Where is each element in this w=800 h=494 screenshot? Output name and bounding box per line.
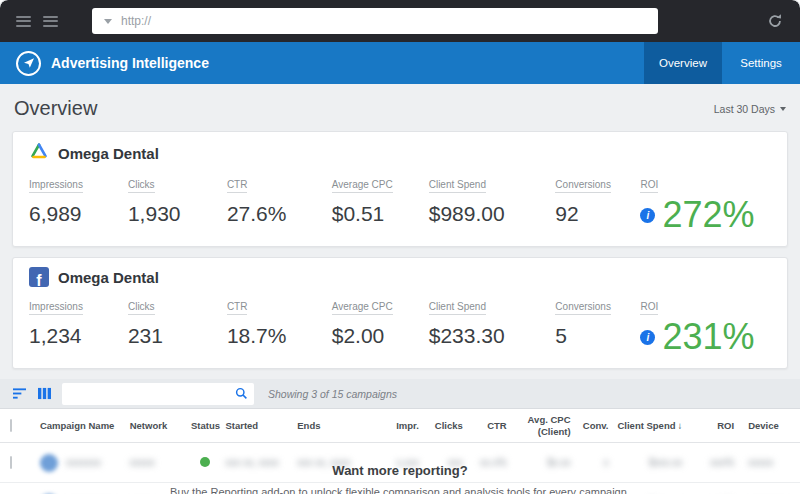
upsell-overlay: Want more reporting? Buy the Reporting a… xyxy=(0,463,800,494)
col-ctr[interactable]: CTR xyxy=(463,420,507,432)
account-name: Omega Dental xyxy=(58,269,159,286)
info-icon[interactable] xyxy=(640,208,655,223)
metric-clicks: Clicks 1,930 xyxy=(128,174,227,226)
col-device[interactable]: Device xyxy=(734,420,790,432)
table-body: xxxxxxx xxxxx xxx xx, xxxx xxx xx, xxxx … xyxy=(0,443,800,494)
columns-icon[interactable] xyxy=(37,387,52,400)
metric-impressions: Impressions 6,989 xyxy=(29,174,128,226)
metric-client-spend: Client Spend $989.00 xyxy=(429,174,556,226)
metric-conversions: Conversions 92 xyxy=(555,174,640,226)
col-campaign-name[interactable]: Campaign Name xyxy=(40,420,130,432)
date-range-label: Last 30 Days xyxy=(714,103,775,115)
col-conversions[interactable]: Conv. xyxy=(571,420,609,432)
app-brand: Advertising Intelligence xyxy=(0,42,644,84)
campaigns-table: Showing 3 of 15 campaigns Campaign Name … xyxy=(0,379,800,494)
menu-icon[interactable] xyxy=(16,16,31,27)
col-impressions[interactable]: Impr. xyxy=(369,420,419,432)
upsell-description: Buy the Reporting add-on to unlock flexi… xyxy=(0,486,800,494)
col-avg-cpc[interactable]: Avg. CPC (Client) xyxy=(507,414,571,438)
col-status[interactable]: Status xyxy=(186,420,226,432)
metric-avg-cpc: Average CPC $2.00 xyxy=(332,296,429,348)
google-summary-card: Omega Dental Impressions 6,989 Clicks 1,… xyxy=(12,131,788,247)
metric-ctr: CTR 27.6% xyxy=(227,174,332,226)
col-ends[interactable]: Ends xyxy=(297,420,369,432)
metric-conversions: Conversions 5 xyxy=(555,296,640,348)
info-icon[interactable] xyxy=(640,330,655,345)
page-title: Overview xyxy=(14,97,97,120)
metric-avg-cpc: Average CPC $0.51 xyxy=(332,174,429,226)
metric-roi: ROI 272% xyxy=(640,174,771,233)
col-clicks[interactable]: Clicks xyxy=(419,420,463,432)
filter-icon[interactable] xyxy=(12,387,27,400)
paper-plane-icon xyxy=(16,51,41,76)
browser-window: http:// Advertising Intelligence Overvie… xyxy=(0,0,800,494)
chevron-down-icon xyxy=(780,107,786,111)
search-box xyxy=(62,383,254,405)
facebook-summary-card: Omega Dental Impressions 1,234 Clicks 23… xyxy=(12,257,788,369)
col-client-spend[interactable]: Client Spend↓ xyxy=(608,420,682,432)
table-toolbar: Showing 3 of 15 campaigns xyxy=(0,379,800,409)
col-network[interactable]: Network xyxy=(130,420,186,432)
roi-value: 272% xyxy=(662,197,754,233)
tab-overview[interactable]: Overview xyxy=(644,42,722,84)
account-name: Omega Dental xyxy=(58,145,159,162)
roi-value: 231% xyxy=(662,319,754,355)
google-ads-icon xyxy=(29,141,49,165)
date-range-dropdown[interactable]: Last 30 Days xyxy=(714,103,786,115)
showing-count: Showing 3 of 15 campaigns xyxy=(268,388,397,400)
col-roi[interactable]: ROI xyxy=(682,420,734,432)
metric-impressions: Impressions 1,234 xyxy=(29,296,128,348)
refresh-icon[interactable] xyxy=(766,12,784,30)
browser-chrome: http:// xyxy=(0,0,800,42)
app-title: Advertising Intelligence xyxy=(51,55,209,71)
metric-ctr: CTR 18.7% xyxy=(227,296,332,348)
url-bar[interactable]: http:// xyxy=(92,8,658,34)
select-all-checkbox[interactable] xyxy=(10,419,12,432)
upsell-title: Want more reporting? xyxy=(0,463,800,478)
metric-clicks: Clicks 231 xyxy=(128,296,227,348)
app-header: Advertising Intelligence Overview Settin… xyxy=(0,42,800,84)
metric-roi: ROI 231% xyxy=(640,296,771,355)
facebook-icon xyxy=(29,267,49,287)
tabs-icon[interactable] xyxy=(43,16,58,27)
url-text: http:// xyxy=(121,14,151,28)
metric-client-spend: Client Spend $233.30 xyxy=(429,296,556,348)
tab-settings[interactable]: Settings xyxy=(722,42,800,84)
table-header: Campaign Name Network Status Started End… xyxy=(0,409,800,443)
search-icon[interactable] xyxy=(235,387,248,400)
search-input[interactable] xyxy=(68,388,235,400)
col-started[interactable]: Started xyxy=(225,420,297,432)
chevron-down-icon xyxy=(104,19,112,24)
